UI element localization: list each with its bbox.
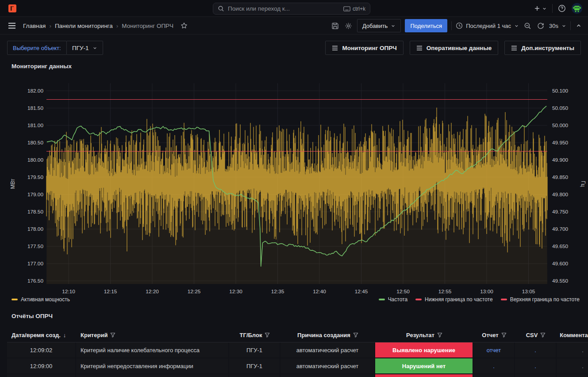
left-axis-tick: 177.00 [27,260,44,267]
left-axis-tick: 181.00 [27,122,44,128]
breadcrumb-item[interactable]: Главная [23,23,46,29]
left-axis-tick: 180.50 [27,140,44,146]
column-header[interactable]: ТГ/Блок [229,328,281,342]
left-axis-label: МВт [10,179,16,189]
search-icon [218,5,224,12]
add-button[interactable]: Добавить [357,19,401,32]
help-button[interactable] [557,4,567,13]
breadcrumb-item: Мониторинг ОПРЧ [122,23,173,29]
add-new-button[interactable] [533,4,548,13]
cell-comment [557,374,588,377]
right-axis-tick: 49.550 [552,278,569,284]
table-row [7,374,588,377]
reports-section-title: Отчёты ОПРЧ [12,313,53,319]
table-row: 12:09:00Критерий непредоставления информ… [7,358,588,373]
collapse-toolbar-button[interactable] [575,22,583,30]
app-logo-icon[interactable] [8,4,17,13]
cell-criterion [76,374,228,377]
time-range-picker[interactable]: Последний 1 час [456,22,519,29]
zoom-out-button[interactable] [523,21,532,31]
x-axis-tick: 13:05 [522,288,535,295]
column-header[interactable]: Дата/время созд.↓ [7,328,76,342]
dashboard-toolbar: Главная›Панели мониторинга›Мониторинг ОП… [0,17,588,35]
column-header[interactable]: Отчет [473,328,515,342]
cell-report[interactable]: отчет [473,342,514,358]
column-header[interactable]: Критерий [76,328,229,342]
legend-item[interactable]: Верхняя граница по частоте [501,296,580,303]
x-axis-tick: 12:10 [62,288,75,295]
x-axis-tick: 12:30 [229,288,242,295]
clock-icon [456,22,463,29]
right-axis-tick: 50.050 [552,105,569,111]
dashboard-link-button[interactable]: Оперативные данные [410,41,499,55]
cell-reason: автоматический расчет [281,342,374,358]
right-axis-tick: 50.000 [552,122,569,128]
x-axis-tick: 12:15 [104,288,117,295]
dashboard-link-button[interactable]: Мониторинг ОПРЧ [325,41,403,55]
user-avatar[interactable] [571,3,583,14]
refresh-interval-picker[interactable]: 30s [549,23,566,29]
cell-unit: ПГУ-1 [229,358,280,373]
x-axis-tick: 13:00 [480,288,493,295]
dashboard-links: Мониторинг ОПРЧОперативные данныеДоп.инс… [325,41,581,55]
divider [552,4,553,13]
result-badge [375,374,473,377]
object-variable-select[interactable]: ПГУ-1 [66,41,103,55]
breadcrumb-item[interactable]: Панели мониторинга [55,23,113,29]
filter-icon [540,332,546,338]
legend-label: Нижняя граница по частоте [425,296,493,303]
save-dashboard-button[interactable] [331,21,340,31]
settings-button[interactable] [344,21,353,31]
plus-icon [534,5,541,12]
column-header[interactable]: CSV [515,328,557,342]
legend-item[interactable]: Нижняя граница по частоте [415,296,493,303]
column-header[interactable]: Комментарий [557,328,588,342]
cell-csv[interactable]: . [515,358,556,373]
list-icon [332,46,338,51]
search-input[interactable]: Поиск или переход к... ctrl+k [213,3,370,15]
list-icon [511,46,517,51]
left-axis-tick: 178.50 [27,209,44,215]
legend-label: Активная мощность [21,296,70,303]
legend-item[interactable]: Активная мощность [12,296,70,303]
chevron-right-icon: › [116,23,119,29]
chevron-right-icon: › [49,23,51,29]
refresh-button[interactable] [536,21,545,30]
left-axis-tick: 177.50 [27,243,44,249]
cell-unit [229,374,280,377]
dashboard-link-button[interactable]: Доп.инструменты [504,41,581,55]
legend-label: Частота [388,296,407,303]
legend-swatch [415,299,422,300]
legend-item[interactable]: Частота [379,296,407,303]
share-button[interactable]: Поделиться [405,19,447,32]
filter-icon [110,332,115,338]
cell-report [473,374,514,377]
star-icon[interactable] [180,21,188,30]
cell-date: 12:09:00 [7,358,75,373]
timeseries-chart[interactable]: 182.00181.50181.00180.50180.00179.50179.… [0,78,588,301]
right-axis-tick: 49.700 [552,226,569,232]
right-axis-tick: 49.800 [552,191,569,198]
table-row: 12:09:02Критерий наличие колебательного … [7,342,588,358]
legend-label: Верхняя граница по частоте [510,296,580,303]
help-icon [558,4,566,12]
x-axis-tick: 12:20 [146,288,159,295]
chevron-down-icon [514,23,519,28]
cell-csv[interactable]: . [515,342,556,358]
cell-criterion: Критерий наличие колебательного процесса [76,342,228,358]
filter-icon [501,332,507,338]
menu-icon[interactable] [7,22,17,30]
column-header[interactable]: Результат [375,328,473,342]
panel-title: Мониторинг данных [12,63,72,70]
left-axis-tick: 178.00 [27,226,44,232]
sort-desc-icon: ↓ [63,332,66,338]
chevron-down-icon [542,6,547,11]
column-header[interactable]: Причина создания [281,328,375,342]
right-axis-label: Гц [580,181,586,187]
left-axis-tick: 181.50 [27,105,44,111]
cell-report[interactable]: . [473,358,514,373]
table-header-row: Дата/время созд.↓КритерийТГ/БлокПричина … [7,328,588,342]
right-axis-tick: 49.650 [552,243,569,249]
x-axis-tick: 12:40 [313,288,326,295]
divider [451,21,452,30]
